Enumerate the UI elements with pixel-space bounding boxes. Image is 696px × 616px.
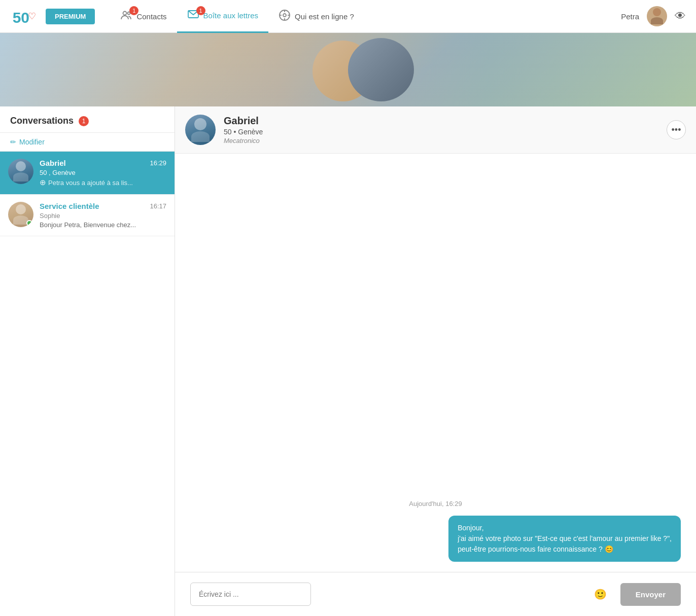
chat-area: Gabriel 50 • Genève Mecatronico ••• Aujo…	[175, 106, 696, 616]
chat-user-avatar	[185, 115, 216, 145]
send-button[interactable]: Envoyer	[620, 583, 681, 606]
emoji-button[interactable]: 🙂	[594, 588, 607, 600]
svg-text:♡: ♡	[27, 11, 36, 21]
user-name: Petra	[621, 12, 639, 21]
hero-banner	[0, 33, 696, 106]
main-nav: 1 Contacts 1 Boîte aux lettres	[110, 0, 621, 33]
messages-area: Aujourd'hui, 16:29 Bonjour, j'ai aimé vo…	[175, 154, 696, 572]
header: 50 ♡ PREMIUM 1 Contacts	[0, 0, 696, 33]
service-name: Service clientèle	[40, 202, 99, 210]
message-bubble-0: Bonjour, j'ai aimé votre photo sur "Est-…	[448, 516, 681, 562]
sidebar: Conversations 1 ✏ Modifier Gabriel 16:29…	[0, 106, 175, 616]
gabriel-preview: ⊕ Petra vous a ajouté à sa lis...	[40, 178, 166, 187]
nav-item-mailbox[interactable]: 1 Boîte aux lettres	[177, 0, 268, 33]
nav-mailbox-label: Boîte aux lettres	[203, 11, 258, 20]
sidebar-header: Conversations 1	[0, 106, 175, 133]
contacts-badge: 1	[129, 6, 138, 15]
heart-add-icon: ⊕	[40, 178, 46, 187]
nav-item-online[interactable]: Qui est en ligne ?	[268, 0, 364, 33]
gabriel-name: Gabriel	[40, 159, 66, 167]
service-time: 16:17	[150, 202, 166, 210]
online-icon	[279, 9, 291, 24]
svg-text:50: 50	[12, 9, 29, 26]
message-input[interactable]	[190, 583, 311, 606]
header-right: Petra 👁	[621, 6, 686, 26]
visibility-icon[interactable]: 👁	[675, 10, 686, 23]
sidebar-badge: 1	[79, 116, 89, 126]
chat-options-button[interactable]: •••	[667, 120, 686, 139]
gabriel-content: Gabriel 16:29 50 , Genève ⊕ Petra vous a…	[40, 159, 166, 187]
gabriel-time: 16:29	[150, 159, 166, 167]
service-content: Service clientèle 16:17 Sophie Bonjour P…	[40, 202, 166, 229]
sidebar-title: Conversations	[10, 116, 74, 126]
modifier-label: Modifier	[19, 138, 45, 146]
user-avatar[interactable]	[647, 6, 667, 26]
chat-user-info: Gabriel 50 • Genève Mecatronico	[224, 115, 658, 144]
date-separator: Aujourd'hui, 16:29	[190, 500, 681, 508]
nav-contacts-label: Contacts	[136, 12, 166, 21]
pencil-icon: ✏	[10, 138, 16, 146]
chat-user-sub: 50 • Genève	[224, 128, 658, 136]
nav-online-label: Qui est en ligne ?	[295, 12, 354, 21]
chat-header: Gabriel 50 • Genève Mecatronico •••	[175, 106, 696, 154]
service-avatar	[8, 202, 33, 227]
emoji-icon: 🙂	[594, 589, 607, 600]
gabriel-meta: 50 , Genève	[40, 169, 166, 176]
chat-user-job: Mecatronico	[224, 137, 658, 144]
conversation-item-service[interactable]: Service clientèle 16:17 Sophie Bonjour P…	[0, 195, 175, 236]
conversation-item-gabriel[interactable]: Gabriel 16:29 50 , Genève ⊕ Petra vous a…	[0, 152, 175, 195]
service-meta: Sophie	[40, 212, 166, 220]
premium-button[interactable]: PREMIUM	[46, 9, 95, 24]
message-input-wrapper: 🙂	[190, 583, 613, 606]
gabriel-avatar	[8, 159, 33, 184]
online-status-dot	[26, 220, 32, 226]
chat-user-name: Gabriel	[224, 115, 658, 127]
input-area: 🙂 Envoyer	[175, 572, 696, 616]
modifier-link[interactable]: ✏ Modifier	[0, 133, 175, 152]
mailbox-badge: 1	[196, 6, 205, 15]
service-preview: Bonjour Petra, Bienvenue chez...	[40, 221, 166, 229]
nav-item-contacts[interactable]: 1 Contacts	[110, 0, 177, 33]
svg-point-6	[283, 14, 286, 17]
ellipsis-icon: •••	[672, 125, 681, 135]
logo[interactable]: 50 ♡	[10, 5, 38, 28]
svg-point-2	[123, 11, 127, 15]
main-layout: Conversations 1 ✏ Modifier Gabriel 16:29…	[0, 106, 696, 616]
